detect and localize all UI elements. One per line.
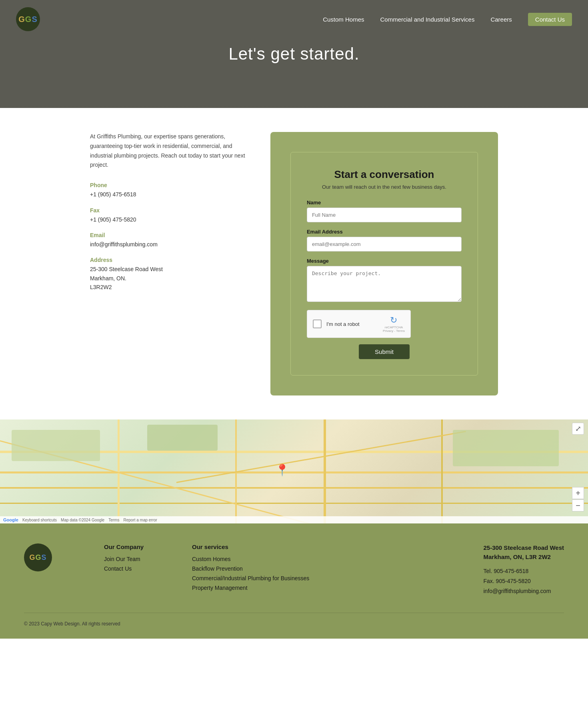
footer-logo-col: GGS	[24, 543, 80, 597]
intro-text: At Griffiths Plumbing, our expertise spa…	[90, 132, 246, 170]
nav-custom-homes[interactable]: Custom Homes	[323, 16, 364, 23]
main-content: At Griffiths Plumbing, our expertise spa…	[74, 108, 514, 419]
footer-custom-homes-link[interactable]: Custom Homes	[192, 556, 309, 562]
recaptcha-logo: ↻ reCAPTCHAPrivacy - Terms	[383, 315, 405, 333]
fax-label: Fax	[90, 207, 246, 214]
footer-company-col: Our Company Join Our Team Contact Us	[104, 543, 168, 597]
address-value: 25-300 Steelcase Road West Markham, ON. …	[90, 265, 246, 292]
message-textarea[interactable]	[307, 266, 462, 302]
footer-logo[interactable]: GGS	[24, 543, 52, 571]
footer-services-title: Our services	[192, 543, 309, 550]
map-pin: 📍	[275, 463, 289, 477]
phone-label: Phone	[90, 182, 246, 188]
message-group: Message	[307, 258, 462, 304]
map-footer-bar: Google Keyboard shortcuts Map data ©2024…	[0, 516, 588, 523]
footer-top: GGS Our Company Join Our Team Contact Us…	[24, 543, 564, 597]
fax-value: +1 (905) 475-5820	[90, 215, 246, 224]
fax-block: Fax +1 (905) 475-5820	[90, 207, 246, 224]
submit-button[interactable]: Submit	[359, 344, 410, 359]
footer-fax: Fax. 905-475-5820	[484, 578, 531, 584]
map-terms-link[interactable]: Terms	[108, 518, 119, 522]
map-zoom-controls: + −	[572, 487, 584, 511]
phone-value: +1 (905) 475-6518	[90, 190, 246, 199]
name-label: Name	[307, 200, 462, 206]
form-card: Start a conversation Our team will reach…	[270, 132, 498, 395]
recaptcha-text: reCAPTCHAPrivacy - Terms	[383, 326, 405, 333]
footer-backflow-link[interactable]: Backflow Prevention	[192, 565, 309, 572]
map-report-link[interactable]: Report a map error	[123, 518, 157, 522]
logo-circle: GGS	[16, 7, 40, 31]
email-label: Email	[90, 232, 246, 238]
email-value: info@griffithsplumbing.com	[90, 240, 246, 249]
nav-careers[interactable]: Careers	[490, 16, 512, 23]
recaptcha-checkbox[interactable]	[313, 320, 322, 328]
footer-tel: Tel. 905-475-6518	[484, 568, 529, 574]
map-section: 📍 ⤢ + − Google Keyboard shortcuts Map da…	[0, 419, 588, 523]
footer-commercial-link[interactable]: Commercial/Industrial Plumbing for Busin…	[192, 575, 309, 581]
recaptcha-widget: I'm not a robot ↻ reCAPTCHAPrivacy - Ter…	[307, 310, 411, 338]
recaptcha-label: I'm not a robot	[326, 321, 360, 327]
footer-email: info@griffithsplumbing.com	[484, 588, 551, 594]
nav-commercial[interactable]: Commercial and Industrial Services	[380, 16, 475, 23]
name-input[interactable]	[307, 208, 462, 222]
footer-bottom: © 2023 Capy Web Design. All rights reser…	[24, 613, 564, 627]
address-label: Address	[90, 257, 246, 263]
footer-address-col: 25-300 Steelcase Road West Markham, ON, …	[484, 543, 564, 597]
map-zoom-out-button[interactable]: −	[572, 499, 584, 511]
map-keyboard-shortcuts[interactable]: Keyboard shortcuts	[22, 518, 57, 522]
form-inner: Start a conversation Our team will reach…	[290, 152, 478, 375]
email-block: Email info@griffithsplumbing.com	[90, 232, 246, 249]
map-zoom-in-button[interactable]: +	[572, 487, 584, 499]
navbar: GGS Custom Homes Commercial and Industri…	[0, 0, 588, 38]
footer-company-title: Our Company	[104, 543, 168, 550]
map-placeholder: 📍 ⤢ + − Google Keyboard shortcuts Map da…	[0, 419, 588, 523]
footer-address-main: 25-300 Steelcase Road West Markham, ON, …	[484, 543, 564, 561]
footer-address-detail: Tel. 905-475-6518 Fax. 905-475-5820 info…	[484, 566, 564, 597]
map-data-text: Map data ©2024 Google	[61, 518, 104, 522]
map-overlay-buttons: ⤢	[572, 423, 584, 435]
address-block: Address 25-300 Steelcase Road West Markh…	[90, 257, 246, 292]
google-logo: Google	[3, 517, 18, 522]
map-roads	[0, 419, 588, 523]
footer: GGS Our Company Join Our Team Contact Us…	[0, 523, 588, 639]
copyright-text: © 2023 Capy Web Design. All rights reser…	[24, 621, 120, 627]
nav-links: Custom Homes Commercial and Industrial S…	[323, 13, 572, 26]
phone-block: Phone +1 (905) 475-6518	[90, 182, 246, 199]
email-input[interactable]	[307, 237, 462, 252]
name-group: Name	[307, 200, 462, 222]
recaptcha-icon: ↻	[390, 315, 397, 325]
logo[interactable]: GGS	[16, 7, 40, 31]
hero-heading: Let's get started.	[228, 44, 359, 64]
email-address-label: Email Address	[307, 229, 462, 235]
footer-join-team-link[interactable]: Join Our Team	[104, 556, 168, 562]
footer-contact-us-link[interactable]: Contact Us	[104, 565, 168, 572]
map-fullscreen-button[interactable]: ⤢	[572, 423, 584, 435]
contact-info-panel: At Griffiths Plumbing, our expertise spa…	[90, 132, 246, 395]
email-group: Email Address	[307, 229, 462, 252]
nav-contact-us[interactable]: Contact Us	[528, 13, 572, 26]
footer-services-col: Our services Custom Homes Backflow Preve…	[192, 543, 309, 597]
form-subtitle: Our team will reach out in the next few …	[307, 184, 462, 190]
form-title: Start a conversation	[307, 168, 462, 181]
message-label: Message	[307, 258, 462, 264]
footer-property-link[interactable]: Property Management	[192, 585, 309, 591]
